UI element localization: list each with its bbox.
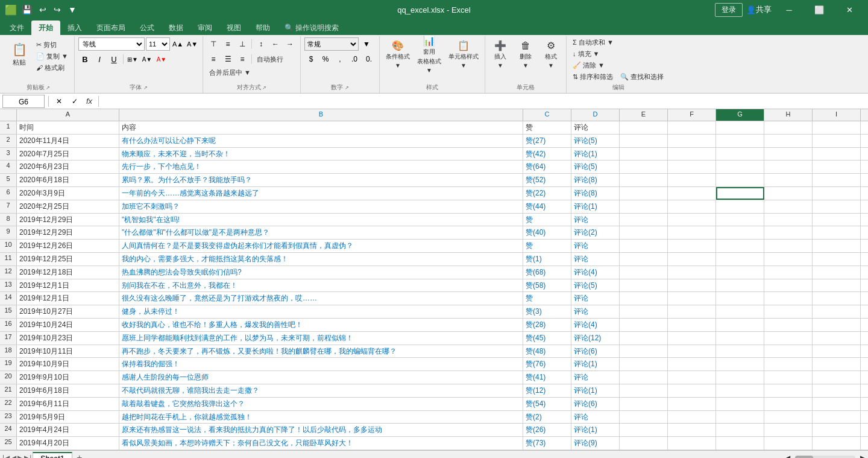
cell-a8[interactable]: 2019年12月29日 [17, 214, 119, 226]
cell-b6[interactable]: 一年前的今天……感觉离这条路越来越远了 [119, 187, 523, 200]
cell-b24[interactable]: 原来还有热感冒这一说法，看来我的抵抗力真的下降了！以后少敲代码，多多运动 [119, 424, 523, 436]
cell-f13[interactable] [668, 279, 716, 292]
cell-i9[interactable] [813, 226, 861, 239]
cell-c2[interactable]: 赞(27) [523, 135, 571, 147]
format-painter-button[interactable]: 🖌 格式刷 [34, 63, 71, 73]
cell-h20[interactable] [764, 371, 813, 384]
conditional-format-btn[interactable]: 🎨 条件格式 ▼ [383, 37, 412, 71]
cell-c21[interactable]: 赞(12) [523, 384, 571, 397]
row-number[interactable]: 13 [0, 279, 17, 292]
cell-c7[interactable]: 赞(44) [523, 200, 571, 213]
close-button[interactable]: ✕ [835, 0, 863, 19]
cell-h13[interactable] [764, 279, 813, 292]
cell-e25[interactable] [620, 437, 668, 450]
font-size-select[interactable]: 11 [146, 37, 170, 51]
align-center-btn[interactable]: ☰ [221, 52, 234, 66]
cell-a3[interactable]: 2020年7月25日 [17, 148, 119, 161]
cell-g25[interactable] [716, 437, 764, 450]
cell-f10[interactable] [668, 240, 716, 252]
cell-i14[interactable] [813, 292, 861, 305]
delete-btn[interactable]: 🗑 删除 ▼ [514, 37, 537, 71]
cell-a17[interactable]: 2019年10月23日 [17, 332, 119, 345]
cell-i22[interactable] [813, 398, 861, 410]
cell-d15[interactable]: 评论 [571, 305, 620, 318]
cell-c4[interactable]: 赞(64) [523, 161, 571, 173]
cell-h21[interactable] [764, 384, 813, 397]
sheet-tab-sheet1[interactable]: Sheet1 [33, 452, 72, 459]
cell-c25[interactable]: 赞(73) [523, 437, 571, 450]
scroll-right-btn[interactable]: ▶ [860, 454, 866, 459]
cell-c13[interactable]: 赞(58) [523, 279, 571, 292]
bold-button[interactable]: B [78, 52, 92, 66]
next-sheet-btn[interactable]: ▶ [17, 454, 23, 459]
cell-b2[interactable]: 有什么办法可以让心静下来呢 [119, 135, 523, 147]
cell-a23[interactable]: 2019年5月9日 [17, 411, 119, 424]
col-header-f[interactable]: F [668, 109, 716, 121]
col-header-e[interactable]: E [620, 109, 668, 121]
cell-e6[interactable] [620, 187, 668, 200]
cell-i18[interactable] [813, 345, 861, 358]
row-number[interactable]: 19 [0, 358, 17, 371]
cell-d17[interactable]: 评论(12) [571, 332, 620, 345]
wrap-text-btn[interactable]: 自动换行 [254, 54, 286, 65]
first-sheet-btn[interactable]: |◀ [2, 454, 10, 459]
row-number[interactable]: 9 [0, 226, 17, 239]
cell-c14[interactable]: 赞 [523, 292, 571, 305]
cell-g11[interactable] [716, 253, 764, 266]
cell-f12[interactable] [668, 266, 716, 279]
cell-b3[interactable]: 物来顺应，未来不迎，当时不杂！ [119, 148, 523, 161]
cell-d5[interactable]: 评论(8) [571, 174, 620, 186]
share-button[interactable]: 👤 共享 [745, 0, 773, 19]
cell-e15[interactable] [620, 305, 668, 318]
cell-i20[interactable] [813, 371, 861, 384]
cancel-formula-btn[interactable]: ✕ [52, 95, 66, 108]
cell-f14[interactable] [668, 292, 716, 305]
cell-h14[interactable] [764, 292, 813, 305]
cell-g14[interactable] [716, 292, 764, 305]
cell-i3[interactable] [813, 148, 861, 161]
cell-i16[interactable] [813, 319, 861, 331]
scroll-left-btn[interactable]: ◀ [785, 454, 790, 459]
cell-c19[interactable]: 赞(76) [523, 358, 571, 371]
decimal-dec-btn[interactable]: 0. [362, 52, 376, 66]
cell-g3[interactable] [716, 148, 764, 161]
save-quick-btn[interactable]: 💾 [19, 4, 34, 16]
cell-h16[interactable] [764, 319, 813, 331]
cell-d20[interactable]: 评论 [571, 371, 620, 384]
cell-f24[interactable] [668, 424, 716, 436]
cell-d23[interactable]: 评论 [571, 411, 620, 424]
cell-g15[interactable] [716, 305, 764, 318]
cell-e14[interactable] [620, 292, 668, 305]
cell-h4[interactable] [764, 161, 813, 173]
cell-a1[interactable]: 时间 [17, 121, 119, 134]
tab-review[interactable]: 审阅 [190, 21, 219, 35]
cell-c8[interactable]: 赞 [523, 214, 571, 226]
cell-f21[interactable] [668, 384, 716, 397]
find-select-btn[interactable]: 🔍 查找和选择 [618, 72, 666, 82]
cell-d12[interactable]: 评论(4) [571, 266, 620, 279]
format-btn[interactable]: ⚙ 格式 ▼ [539, 37, 562, 71]
cell-e12[interactable] [620, 266, 668, 279]
cell-h23[interactable] [764, 411, 813, 424]
cell-c15[interactable]: 赞(3) [523, 305, 571, 318]
cell-i8[interactable] [813, 214, 861, 226]
row-number[interactable]: 7 [0, 200, 17, 213]
cell-i2[interactable] [813, 135, 861, 147]
cell-h19[interactable] [764, 358, 813, 371]
row-number[interactable]: 3 [0, 148, 17, 161]
cell-f15[interactable] [668, 305, 716, 318]
cell-h3[interactable] [764, 148, 813, 161]
cell-f1[interactable] [668, 121, 716, 134]
row-number[interactable]: 25 [0, 437, 17, 450]
cell-e19[interactable] [620, 358, 668, 371]
prev-sheet-btn[interactable]: ◀ [11, 454, 16, 459]
cell-e22[interactable] [620, 398, 668, 410]
align-left-btn[interactable]: ≡ [207, 52, 220, 66]
tab-home[interactable]: 开始 [31, 21, 60, 35]
sort-filter-btn[interactable]: ⇅ 排序和筛选 [570, 72, 615, 82]
col-header-h[interactable]: H [764, 109, 813, 121]
cell-e16[interactable] [620, 319, 668, 331]
cell-h7[interactable] [764, 200, 813, 213]
cell-b10[interactable]: 人间真情何在？是不是要我变得虚伪起来你们才能看到假真情，真虚伪？ [119, 240, 523, 252]
cell-g4[interactable] [716, 161, 764, 173]
